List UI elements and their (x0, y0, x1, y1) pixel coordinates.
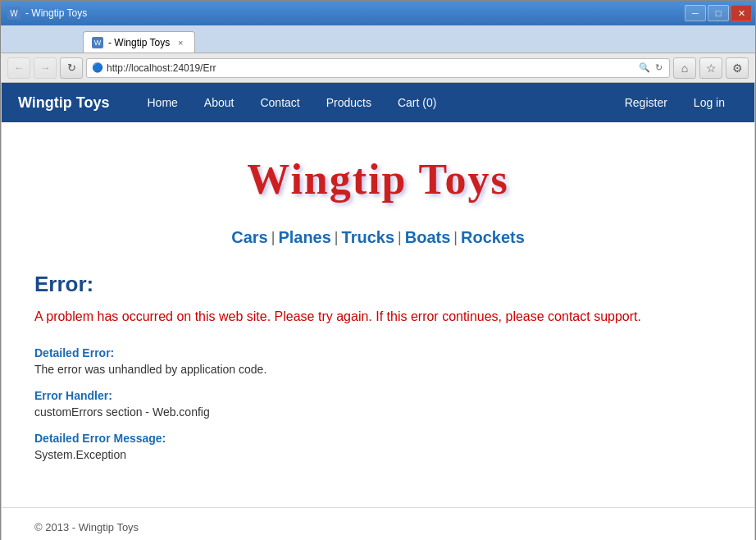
error-handler-value: customErrors section - Web.config (34, 405, 722, 419)
toolbar-right: ⌂ ☆ ⚙ (673, 57, 749, 79)
error-message-value: System.Exception (34, 448, 722, 461)
nav-products[interactable]: Products (313, 85, 385, 121)
nav-right: Register Log in (612, 85, 738, 121)
category-links: Cars | Planes | Trucks | Boats | Rockets (34, 228, 722, 247)
close-button[interactable]: ✕ (731, 5, 752, 21)
window-controls: ─ □ ✕ (685, 5, 752, 21)
site-content: Wingtip Toys Home About Contact Products… (1, 83, 755, 540)
title-bar-text: W - Wingtip Toys (7, 7, 87, 20)
nav-links: Home About Contact Products Cart (0) (134, 85, 612, 121)
cat-planes[interactable]: Planes (278, 228, 330, 247)
window-title: - Wingtip Toys (25, 7, 87, 19)
browser-window: W - Wingtip Toys ─ □ ✕ W - Wingtip Toys … (0, 0, 756, 540)
back-button[interactable]: ← (7, 57, 30, 79)
address-actions: 🔍 ↻ (637, 62, 664, 73)
title-bar: W - Wingtip Toys ─ □ ✕ (1, 1, 755, 25)
error-section: Error: A problem has occurred on this we… (34, 272, 722, 461)
window-favicon: W (7, 7, 20, 20)
minimize-button[interactable]: ─ (685, 5, 706, 21)
cat-boats[interactable]: Boats (405, 228, 451, 247)
nav-brand[interactable]: Wingtip Toys (18, 94, 110, 112)
maximize-button[interactable]: □ (708, 5, 729, 21)
cat-sep-1: | (335, 229, 339, 246)
browser-tab[interactable]: W - Wingtip Toys × (83, 31, 195, 53)
error-handler-label: Error Handler: (34, 389, 722, 402)
nav-about[interactable]: About (191, 85, 248, 121)
tab-bar: W - Wingtip Toys × (1, 25, 755, 53)
nav-cart[interactable]: Cart (0) (385, 85, 449, 121)
nav-contact[interactable]: Contact (247, 85, 312, 121)
address-bar: ← → ↻ 🔵 http://localhost:24019/Err 🔍 ↻ ⌂… (1, 53, 755, 83)
cat-rockets[interactable]: Rockets (461, 228, 525, 247)
tab-favicon: W (92, 37, 103, 48)
tab-label: - Wingtip Toys (108, 37, 170, 48)
settings-button[interactable]: ⚙ (726, 57, 749, 79)
tab-close-button[interactable]: × (175, 37, 186, 48)
nav-home[interactable]: Home (134, 85, 191, 121)
cat-sep-2: | (398, 229, 402, 246)
url-text: http://localhost:24019/Err (107, 62, 634, 74)
cat-trucks[interactable]: Trucks (342, 228, 394, 247)
detailed-error-value: The error was unhandled by application c… (34, 363, 722, 376)
address-input-bar[interactable]: 🔵 http://localhost:24019/Err 🔍 ↻ (86, 58, 670, 78)
forward-button[interactable]: → (34, 57, 57, 79)
nav-login[interactable]: Log in (681, 85, 738, 121)
cat-sep-3: | (453, 229, 458, 246)
error-message: A problem has occurred on this web site.… (34, 307, 722, 327)
site-title: Wingtip Toys (34, 155, 722, 204)
nav-register[interactable]: Register (612, 85, 681, 121)
address-refresh-icon[interactable]: ↻ (654, 62, 664, 73)
cat-sep-0: | (271, 229, 276, 246)
address-favicon: 🔵 (92, 62, 103, 73)
search-in-page-icon[interactable]: 🔍 (637, 62, 652, 73)
cat-cars[interactable]: Cars (231, 228, 267, 247)
error-heading: Error: (34, 272, 722, 297)
footer-text: © 2013 - Wingtip Toys (34, 521, 139, 533)
refresh-button[interactable]: ↻ (60, 57, 83, 79)
detailed-error-label: Detailed Error: (34, 346, 722, 359)
home-button[interactable]: ⌂ (673, 57, 696, 79)
favorites-button[interactable]: ☆ (699, 57, 722, 79)
error-message-label: Detailed Error Message: (34, 432, 722, 445)
site-footer: © 2013 - Wingtip Toys (2, 507, 754, 540)
site-nav: Wingtip Toys Home About Contact Products… (2, 83, 754, 122)
site-main: Wingtip Toys Cars | Planes | Trucks | Bo… (2, 122, 754, 491)
